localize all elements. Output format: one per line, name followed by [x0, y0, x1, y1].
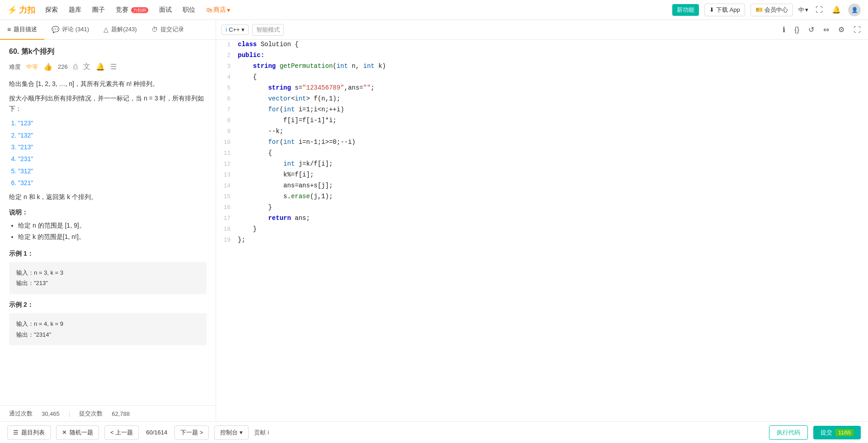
submit-label: 提交次数 [79, 410, 103, 418]
code-line: 2public: [216, 51, 868, 62]
code-content: int j=k/f[i]; [238, 160, 868, 167]
logo-icon: ⚡ [7, 5, 17, 15]
expand-icon[interactable]: ⛶ [814, 4, 825, 16]
nav-item-interview[interactable]: 面试 [158, 4, 173, 16]
nav-item-contest[interactable]: 竞赛 力扣杯 [115, 4, 149, 16]
format-icon[interactable]: {} [793, 25, 801, 35]
code-line: 16 } [216, 203, 868, 214]
console-chevron: ▾ [240, 429, 243, 436]
code-content: string getPermutation(int n, int k) [238, 62, 868, 70]
more-icon[interactable]: ☰ [110, 62, 117, 71]
code-line: 18 } [216, 224, 868, 235]
code-content: for(int i=1;i<n;++i) [238, 106, 868, 113]
bell-icon[interactable]: 🔔 [830, 4, 843, 16]
settings-icon[interactable]: ⚙ [836, 24, 846, 35]
code-content: --k; [238, 128, 868, 135]
expand-code-icon[interactable]: ⇔ [821, 24, 831, 35]
notes-title: 说明： [9, 207, 207, 217]
example1-input: 输入：n = 3, k = 3 [16, 267, 199, 278]
nav-right: 新功能 ⬇ 下载 App 🎫 会员中心 中 ▾ ⛶ 🔔 👤 [672, 4, 861, 16]
contribute-button[interactable]: 贡献 i [254, 429, 269, 437]
example1-block: 输入：n = 3, k = 3 输出："213" [9, 262, 207, 294]
top-navigation: ⚡ 力扣 探索 题库 圈子 竞赛 力扣杯 面试 职位 🛍 商店 ▾ 新功能 ⬇ … [0, 0, 868, 20]
code-content: return ans; [238, 214, 868, 222]
share-icon[interactable]: ⎙ [73, 63, 78, 71]
example2-title: 示例 2： [9, 300, 207, 310]
difficulty-value: 中等 [26, 63, 38, 71]
tab-problem-desc[interactable]: ≡ 题目描述 [0, 20, 44, 40]
panel-tabs: ≡ 题目描述 💬 评论 (341) △ 题解(243) ⏱ 提交记录 [0, 20, 216, 40]
language-selector[interactable]: i C++ ▾ [222, 24, 249, 35]
code-line: 3 string getPermutation(int n, int k) [216, 62, 868, 72]
code-line: 11 { [216, 148, 868, 159]
stats-divider: | [69, 410, 70, 417]
problem-description: 给出集合 [1, 2, 3, …, n]，其所有元素共有 n! 种排列。 按大小… [9, 79, 207, 345]
line-number: 6 [216, 95, 238, 102]
problem-meta: 难度 中等 👍 226 ⎙ 文 🔔 ☰ [9, 62, 207, 71]
code-content: } [238, 204, 868, 211]
bookmark-icon[interactable]: 🔔 [96, 62, 105, 71]
code-line: 7 for(int i=1;i<n;++i) [216, 105, 868, 116]
avatar[interactable]: 👤 [848, 4, 861, 16]
member-center-button[interactable]: 🎫 会员中心 [750, 4, 793, 16]
example1-title: 示例 1： [9, 248, 207, 258]
list-item: "132" [18, 130, 207, 140]
execute-button[interactable]: 执行代码 [769, 425, 808, 440]
line-number: 2 [216, 52, 238, 59]
nav-item-explore[interactable]: 探索 [44, 4, 59, 16]
logo-text: 力扣 [19, 5, 35, 15]
smart-mode-toggle[interactable]: 智能模式 [252, 24, 284, 36]
nav-item-jobs[interactable]: 职位 [182, 4, 196, 16]
line-number: 3 [216, 63, 238, 70]
code-line: 1class Solution { [216, 40, 868, 51]
fullscreen-icon[interactable]: ⛶ [852, 25, 863, 35]
random-problem-button[interactable]: ✕ 随机一题 [56, 425, 99, 440]
nav-item-problems[interactable]: 题库 [68, 4, 82, 16]
line-number: 9 [216, 128, 238, 135]
tab-comments[interactable]: 💬 评论 (341) [44, 20, 96, 40]
download-app-button[interactable]: ⬇ 下载 App [704, 4, 745, 16]
pass-count: 30,465 [42, 410, 60, 417]
code-content: for(int i=n-1;i>=0;--i) [238, 138, 868, 146]
language-selector[interactable]: 中 ▾ [798, 6, 808, 14]
list-item: "321" [18, 178, 207, 188]
toolbar-right: ℹ {} ↺ ⇔ ⚙ ⛶ [781, 24, 863, 35]
list-icon: ☰ [13, 429, 19, 436]
code-content: s.erase(j,1); [238, 193, 868, 200]
bottom-bar: ☰ 题目列表 ✕ 随机一题 < 上一题 60/1614 下一题 > 控制台 ▾ … [0, 421, 868, 443]
code-content: ans=ans+s[j]; [238, 182, 868, 189]
new-feature-button[interactable]: 新功能 [672, 4, 699, 16]
info-icon[interactable]: ℹ [781, 24, 787, 35]
line-number: 11 [216, 150, 238, 157]
logo[interactable]: ⚡ 力扣 [7, 5, 35, 15]
problem-list-button[interactable]: ☰ 题目列表 [7, 425, 51, 440]
list-item: "312" [18, 166, 207, 176]
tab-submissions[interactable]: ⏱ 提交记录 [144, 20, 191, 40]
translate-icon[interactable]: 文 [83, 62, 90, 71]
code-content: vector<int> f(n,1); [238, 95, 868, 102]
nav-item-community[interactable]: 圈子 [91, 4, 106, 16]
submit-count: 62,788 [112, 410, 130, 417]
like-icon[interactable]: 👍 [43, 62, 52, 71]
code-content: }; [238, 236, 868, 243]
undo-icon[interactable]: ↺ [807, 24, 816, 35]
code-content: public: [238, 52, 868, 59]
notes-list: 给定 n 的范围是 [1, 9]。 给定 k 的范围是[1, n!]。 [9, 220, 207, 243]
submit-button[interactable]: 提交 11/55 [813, 426, 861, 439]
like-count: 226 [58, 63, 68, 70]
code-line: 17 return ans; [216, 214, 868, 224]
nav-item-shop[interactable]: 🛍 商店 ▾ [205, 4, 231, 16]
code-editor[interactable]: 1class Solution {2public:3 string getPer… [216, 40, 868, 421]
example2-block: 输入：n = 4, k = 9 输出："2314" [9, 313, 207, 345]
prev-problem-button[interactable]: < 上一题 [104, 425, 139, 440]
line-number: 15 [216, 193, 238, 200]
difficulty-label: 难度 [9, 63, 21, 71]
next-problem-button[interactable]: 下一题 > [175, 425, 209, 440]
problem-title: 60. 第k个排列 [9, 47, 207, 57]
console-button[interactable]: 控制台 ▾ [214, 425, 249, 440]
code-line: 10 for(int i=n-1;i>=0;--i) [216, 138, 868, 148]
tab-solutions[interactable]: △ 题解(243) [96, 20, 144, 40]
solution-icon: △ [104, 26, 108, 33]
line-number: 12 [216, 161, 238, 167]
list-item: 给定 k 的范围是[1, n!]。 [18, 231, 207, 243]
